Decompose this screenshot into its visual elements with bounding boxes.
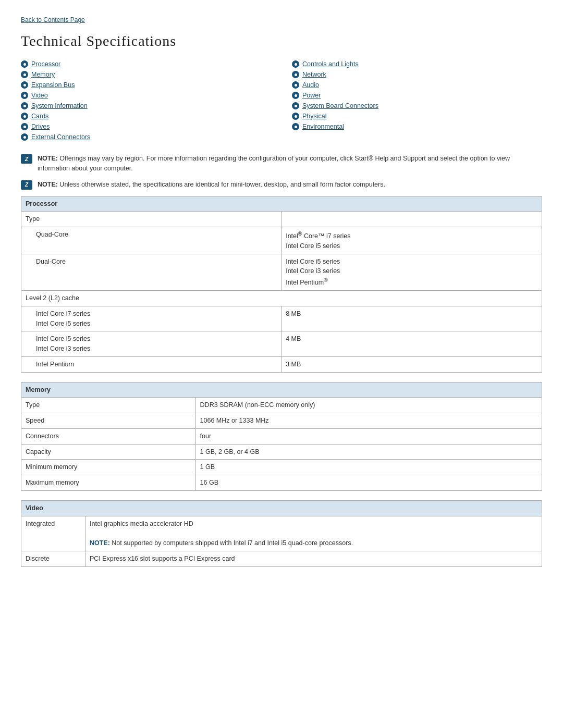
nav-bullet-icon <box>292 81 299 89</box>
processor-row-left: Intel Pentium <box>21 356 282 372</box>
nav-bullet-icon <box>21 113 28 120</box>
processor-row-left: Intel Core i7 seriesIntel Core i5 series <box>21 306 282 331</box>
memory-table: MemoryTypeDDR3 SDRAM (non-ECC memory onl… <box>21 382 542 491</box>
nav-item: System Board Connectors <box>292 101 542 111</box>
memory-row-left: Minimum memory <box>21 460 196 475</box>
memory-row-left: Maximum memory <box>21 475 196 491</box>
processor-row-right: 8 MB <box>282 306 542 331</box>
nav-item: Expansion Bus <box>21 80 271 90</box>
processor-row-right: Intel® Core™ i7 seriesIntel Core i5 seri… <box>282 227 542 254</box>
video-row-left: Discrete <box>21 551 85 566</box>
page-title: Technical Specifications <box>21 33 542 50</box>
processor-l2-header: Level 2 (L2) cache <box>21 291 542 306</box>
nav-item: Network <box>292 69 542 80</box>
nav-processor[interactable]: Processor <box>31 60 60 68</box>
video-row-right: PCI Express x16 slot supports a PCI Expr… <box>85 551 542 566</box>
note-text: NOTE: Offerings may vary by region. For … <box>38 154 542 174</box>
nav-item: Drives <box>21 121 271 132</box>
nav-item: Environmental <box>292 121 542 132</box>
nav-col2: Controls and Lights Network Audio Power … <box>292 59 542 142</box>
nav-environmental[interactable]: Environmental <box>302 123 344 130</box>
nav-item: Power <box>292 90 542 101</box>
memory-row-left: Speed <box>21 413 196 429</box>
memory-row-right: 1 GB, 2 GB, or 4 GB <box>195 444 542 460</box>
memory-row-left: Type <box>21 398 196 413</box>
nav-bullet-icon <box>21 102 28 109</box>
memory-row-left: Connectors <box>21 428 196 444</box>
note-text: NOTE: Unless otherwise stated, the speci… <box>38 180 385 190</box>
video-row-left: Integrated <box>21 516 85 551</box>
nav-bullet-icon <box>21 60 28 68</box>
nav-item: External Connectors <box>21 132 271 142</box>
nav-cards[interactable]: Cards <box>31 113 48 120</box>
video-note-text: Not supported by computers shipped with … <box>112 539 353 547</box>
nav-item: Processor <box>21 59 271 69</box>
nav-system-information[interactable]: System Information <box>31 102 88 109</box>
nav-bullet-icon <box>292 60 299 68</box>
nav-memory[interactable]: Memory <box>31 71 55 78</box>
nav-network[interactable]: Network <box>302 71 326 78</box>
video-section-header: Video <box>21 500 542 516</box>
note-icon: Z <box>21 180 32 190</box>
nav-item: Controls and Lights <box>292 59 542 69</box>
nav-power[interactable]: Power <box>302 92 321 99</box>
processor-row-left: Quad-Core <box>21 227 282 254</box>
nav-item: System Information <box>21 101 271 111</box>
nav-item: Cards <box>21 111 271 121</box>
nav-grid: Processor Memory Expansion Bus Video Sys… <box>21 59 542 142</box>
processor-row-left: Intel Core i5 seriesIntel Core i3 series <box>21 331 282 357</box>
nav-controls-lights[interactable]: Controls and Lights <box>302 60 359 68</box>
nav-bullet-icon <box>21 81 28 89</box>
processor-table: ProcessorTypeQuad-CoreIntel® Core™ i7 se… <box>21 196 542 373</box>
nav-physical[interactable]: Physical <box>302 113 327 120</box>
processor-row-left: Dual-Core <box>21 254 282 290</box>
processor-row-right: 4 MB <box>282 331 542 357</box>
nav-bullet-icon <box>21 92 28 99</box>
nav-expansion-bus[interactable]: Expansion Bus <box>31 81 75 89</box>
nav-system-board-connectors[interactable]: System Board Connectors <box>302 102 378 109</box>
note1: Z NOTE: Offerings may vary by region. Fo… <box>21 154 542 174</box>
back-to-contents-link[interactable]: Back to Contents Page <box>21 16 85 23</box>
memory-row-right: DDR3 SDRAM (non-ECC memory only) <box>195 398 542 413</box>
video-row-right: Intel graphics media accelerator HDNOTE:… <box>85 516 542 551</box>
nav-audio[interactable]: Audio <box>302 81 319 89</box>
notes-container: Z NOTE: Offerings may vary by region. Fo… <box>21 154 542 190</box>
nav-item: Physical <box>292 111 542 121</box>
memory-row-right: four <box>195 428 542 444</box>
nav-col1: Processor Memory Expansion Bus Video Sys… <box>21 59 271 142</box>
processor-row-right: Intel Core i5 seriesIntel Core i3 series… <box>282 254 542 290</box>
processor-section-header: Processor <box>21 196 542 212</box>
nav-item: Video <box>21 90 271 101</box>
nav-bullet-icon <box>292 92 299 99</box>
nav-bullet-icon <box>21 71 28 78</box>
nav-video[interactable]: Video <box>31 92 48 99</box>
video-table: VideoIntegratedIntel graphics media acce… <box>21 500 542 567</box>
processor-type-value <box>282 212 542 227</box>
nav-drives[interactable]: Drives <box>31 123 50 130</box>
nav-external-connectors[interactable]: External Connectors <box>31 133 90 141</box>
nav-bullet-icon <box>292 123 299 130</box>
memory-section-header: Memory <box>21 382 542 398</box>
nav-bullet-icon <box>21 133 28 141</box>
video-note-label: NOTE: <box>90 539 110 547</box>
memory-row-right: 1 GB <box>195 460 542 475</box>
memory-row-right: 1066 MHz or 1333 MHz <box>195 413 542 429</box>
note-icon: Z <box>21 154 32 164</box>
processor-type-label: Type <box>21 212 282 227</box>
note2: Z NOTE: Unless otherwise stated, the spe… <box>21 180 542 190</box>
memory-row-right: 16 GB <box>195 475 542 491</box>
nav-bullet-icon <box>292 71 299 78</box>
nav-bullet-icon <box>292 113 299 120</box>
memory-row-left: Capacity <box>21 444 196 460</box>
nav-bullet-icon <box>292 102 299 109</box>
nav-bullet-icon <box>21 123 28 130</box>
nav-item: Memory <box>21 69 271 80</box>
nav-item: Audio <box>292 80 542 90</box>
processor-row-right: 3 MB <box>282 356 542 372</box>
